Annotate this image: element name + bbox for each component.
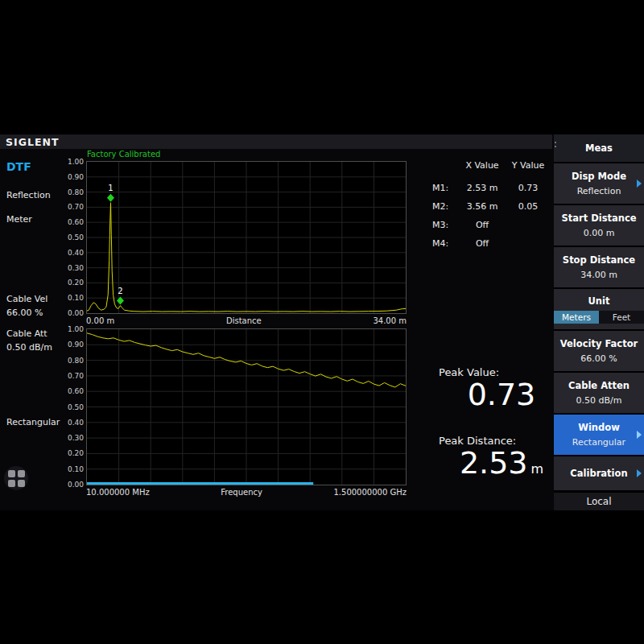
y-tick-label: 0.50 [68, 403, 84, 411]
menu-button-disp-mode[interactable]: Disp ModeReflection [554, 163, 644, 204]
x-axis-start: 0.00 m [86, 316, 114, 325]
y-tick-label: 0.70 [68, 203, 84, 211]
menu-button-stop-distance[interactable]: Stop Distance34.00 m [554, 247, 644, 287]
local-button[interactable]: Local [554, 493, 644, 510]
chart-area: Factory Calibrated 121.000.900.800.700.6… [80, 149, 552, 510]
marker-x-header: X Value [456, 161, 508, 171]
y-tick-label: 0.40 [68, 249, 84, 257]
menu-button-label: Stop Distance [563, 254, 635, 266]
menu-button-value: Rectangular [572, 437, 625, 448]
submenu-arrow-icon [637, 180, 642, 188]
y-tick-label: 0.80 [68, 357, 84, 365]
instrument-screen: SIGLENT DTF Reflection Meter Cable Vel 6… [0, 134, 644, 510]
y-tick-label: 1.00 [68, 325, 84, 333]
marker-row: M3:Off [432, 221, 553, 230]
marker-row: M4:Off [432, 239, 553, 249]
menu-button-value: 34.00 m [580, 270, 617, 280]
marker-cell: Off [456, 221, 508, 230]
y-tick-label: 0.00 [68, 309, 84, 317]
marker-table-rows: M1:2.53 m0.73M2:3.56 m0.05M3:OffM4:Off [432, 184, 553, 249]
menu-button-cable-atten[interactable]: Cable Atten0.50 dB/m [554, 373, 644, 413]
menu-button-unit[interactable]: UnitMetersFeet [554, 289, 644, 329]
frequency-x-axis: 10.000000 MHz Frequency 1.500000000 GHz [86, 488, 407, 497]
menu-button-window[interactable]: WindowRectangular [554, 415, 644, 455]
y-tick-label: 0.40 [68, 419, 84, 427]
menu-button-label: Cable Atten [568, 380, 630, 391]
y-tick-label: 0.10 [68, 465, 84, 473]
grid-square [18, 470, 25, 477]
peak-distance: 2.53m [432, 445, 571, 481]
menu-button-label: Disp Mode [572, 171, 626, 182]
marker-cell: Off [456, 239, 508, 249]
submenu-arrow-icon [637, 469, 642, 477]
menu-button-start-distance[interactable]: Start Distance0.00 m [554, 205, 644, 246]
cable-att-value: 0.50 dB/m [6, 342, 52, 353]
menu-button-value: Reflection [577, 186, 621, 196]
peak-distance-unit: m [531, 461, 544, 477]
cable-vel-value: 66.00 % [6, 308, 43, 318]
dtf-trace-chart: 12 [87, 162, 406, 313]
y-tick-label: 0.70 [68, 372, 84, 380]
marker-cell [508, 239, 548, 249]
marker-y-header: Y Value [508, 161, 548, 171]
y-tick-label: 0.90 [68, 341, 84, 349]
y-tick-label: 0.20 [68, 449, 84, 457]
marker-cell [508, 221, 548, 230]
y-tick-label: 0.30 [68, 434, 84, 442]
unit-tab-meters[interactable]: Meters [554, 311, 599, 324]
menu-button-meas[interactable]: Meas [554, 134, 644, 162]
submenu-arrow-icon [637, 431, 642, 439]
menu-button-label: Velocity Factor [560, 338, 638, 349]
frequency-plot: 1.000.900.800.700.600.500.400.300.200.10… [86, 328, 407, 485]
menu-button-velocity-factor[interactable]: Velocity Factor66.00 % [554, 331, 644, 371]
marker-cell: 3.56 m [456, 202, 508, 212]
frequency-response-chart [87, 329, 406, 485]
menu-button-value: 0.50 dB/m [576, 395, 622, 406]
menu-buttons: MeasDisp ModeReflectionStart Distance0.0… [554, 134, 644, 510]
cable-vel-label: Cable Vel [6, 294, 47, 304]
y-tick-label: 0.50 [68, 233, 84, 242]
x-axis-end: 1.500000000 GHz [333, 488, 407, 497]
peak-value: 0.73 [432, 377, 571, 412]
marker-row: M2:3.56 m0.05 [432, 202, 553, 212]
svg-text:2: 2 [118, 287, 122, 295]
cable-att-label: Cable Att [6, 328, 47, 339]
marker-cell: M4: [432, 239, 456, 249]
y-tick-label: 0.60 [68, 218, 84, 226]
unit-tabs: MetersFeet [554, 311, 644, 324]
x-axis-start: 10.000000 MHz [86, 488, 150, 497]
grid-square [18, 480, 25, 487]
window-type-label: Rectangular [6, 417, 60, 427]
marker-cell: 0.05 [508, 202, 548, 212]
x-axis-end: 34.00 m [373, 316, 407, 325]
display-mode-label: Reflection [6, 190, 51, 200]
menu-button-label: Calibration [570, 468, 627, 479]
marker-cell: M3: [432, 221, 456, 230]
marker-row: M1:2.53 m0.73 [432, 184, 553, 193]
unit-label: Meter [6, 214, 32, 225]
svg-text:1: 1 [108, 184, 113, 192]
mode-label: DTF [6, 160, 31, 173]
top-bar: SIGLENT [0, 134, 552, 149]
menu-button-value: 0.00 m [584, 228, 615, 238]
menu-button-label: Meas [585, 142, 613, 154]
menu-button-label: Window [578, 422, 620, 433]
menu-button-value: 66.00 % [580, 353, 617, 364]
siglent-logo: SIGLENT [6, 136, 59, 148]
y-tick-label: 0.30 [68, 264, 84, 272]
unit-tab-feet[interactable]: Feet [599, 311, 644, 324]
y-tick-label: 1.00 [68, 158, 84, 166]
home-grid-icon[interactable] [4, 466, 28, 490]
calibration-status: Factory Calibrated [87, 150, 160, 159]
marker-cell: 0.73 [508, 184, 548, 193]
marker-cell: M2: [432, 202, 456, 212]
y-tick-label: 0.80 [68, 188, 84, 196]
dtf-x-axis: 0.00 m Distance 34.00 m [86, 316, 407, 325]
marker-cell: M1: [432, 184, 456, 193]
menu-button-calibration[interactable]: Calibration [554, 456, 644, 490]
x-axis-title: Distance [226, 316, 262, 325]
grid-square [8, 480, 15, 487]
y-tick-label: 0.60 [68, 387, 84, 395]
marker-cell: 2.53 m [456, 184, 508, 193]
grid-square [8, 470, 15, 477]
